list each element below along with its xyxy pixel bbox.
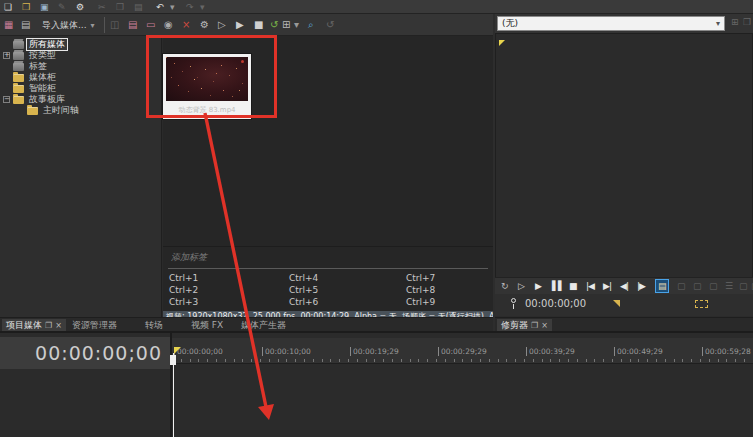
loop-playback-button[interactable]: ↻ <box>501 280 508 292</box>
play-from-start-button[interactable]: ▷ <box>518 280 524 292</box>
views-chevron-icon[interactable]: ▾ <box>294 18 299 31</box>
media-preview-icon[interactable]: ▷ <box>218 18 226 31</box>
transport-bar: ↻▷▶▌▌■|◀▶|◀||▶▤▢▢▢☰▢▢ <box>495 277 753 294</box>
redo-icon[interactable]: ↷ <box>186 1 194 13</box>
undo-dropdown-icon[interactable]: ▾ <box>170 1 175 13</box>
stop-button[interactable]: ■ <box>569 280 577 292</box>
shortcut-label: Ctrl+2 <box>169 285 289 297</box>
ruler-tick-label: 00:00:39;29 <box>526 347 575 356</box>
toolbar-separator <box>104 17 105 33</box>
chevron-down-icon[interactable]: ▾ <box>716 17 720 30</box>
new-bin-icon[interactable]: ▤ <box>21 18 30 31</box>
tree-item-icon <box>27 107 38 115</box>
trimmer-package-icon[interactable]: ❐ <box>743 17 751 27</box>
tab-close-icon[interactable]: × <box>55 321 62 330</box>
copy-icon[interactable]: ❐ <box>116 1 124 13</box>
open-media-folder-button[interactable]: ▤ <box>655 279 669 293</box>
view-thumbnails-icon[interactable]: ◫ <box>110 18 119 31</box>
tree-item-all-media[interactable]: 所有媒体 <box>0 39 161 50</box>
import-disc-icon[interactable]: ◉ <box>164 18 173 31</box>
loop-region-icon[interactable] <box>695 300 708 308</box>
media-item-card[interactable]: 动态背景 83.mp4 <box>163 54 251 119</box>
timeline-panel: 00:00:00;00 00:00:00;0000:00:10;0000:00:… <box>0 331 753 437</box>
refresh-icon[interactable]: ↺ <box>326 18 334 31</box>
trimmer-save-icon[interactable]: ⊞ <box>731 17 739 27</box>
project-media-panel: ▦▤ 导入媒体...▾ ◫▤▭◉×⚙▷▶■↺⊞▾⌕↺ 所有媒体 + 按类型 标签 <box>0 14 493 331</box>
timeline-track-area[interactable] <box>172 364 753 437</box>
play-button[interactable]: ▶ <box>535 280 541 292</box>
go-to-start-button[interactable]: |◀ <box>586 280 594 292</box>
divider <box>168 268 488 269</box>
tree-expander-icon[interactable]: + <box>3 52 10 59</box>
trimmer-tool-button-2[interactable]: ▢ <box>693 280 701 292</box>
tree-item-storyboard-library[interactable]: − 故事板库 <box>0 94 161 105</box>
remove-media-icon[interactable]: × <box>182 18 190 31</box>
tree-item-main-timeline[interactable]: 主时间轴 <box>0 105 161 116</box>
ruler-tick-label: 00:00:49;29 <box>614 347 663 356</box>
pause-button[interactable]: ▌▌ <box>552 280 564 292</box>
trimmer-tool-button-1[interactable]: ▢ <box>677 280 685 292</box>
tree-item-icon <box>13 41 24 49</box>
video-editor-window: ❏❒▣✎⚙✂❐▤↶▾↷▾ ▦▤ 导入媒体...▾ ◫▤▭◉×⚙▷▶■↺⊞▾⌕↺ … <box>0 0 753 437</box>
redo-dropdown-icon[interactable]: ▾ <box>200 1 205 13</box>
new-project-icon[interactable]: ❏ <box>4 1 12 13</box>
paste-icon[interactable]: ▤ <box>134 1 143 13</box>
tree-item-media-bins[interactable]: 媒体柜 <box>0 72 161 83</box>
media-start-flag-icon <box>499 40 505 46</box>
tab-float-icon[interactable]: ❐ <box>531 321 538 330</box>
timeline-timecode: 00:00:00;00 <box>35 342 162 364</box>
main-toolbar: ❏❒▣✎⚙✂❐▤↶▾↷▾ <box>0 0 753 14</box>
add-tag-input[interactable]: 添加标签 <box>171 251 207 264</box>
trimmer-timecode[interactable]: 00:00:00;00 <box>525 298 586 309</box>
stop-media-icon[interactable]: ■ <box>254 18 263 31</box>
trimmer-tool-button-4[interactable]: ▢ <box>739 280 747 292</box>
paste-media-icon[interactable]: ▤ <box>128 18 137 31</box>
next-frame-button[interactable]: |▶ <box>637 280 645 292</box>
thumbnail-grid[interactable]: 动态背景 83.mp4 <box>163 36 493 247</box>
undo-icon[interactable]: ↶ <box>156 1 164 13</box>
trimmer-preview-area[interactable] <box>495 33 753 291</box>
media-filename: 动态背景 83.mp4 <box>163 105 251 115</box>
cut-icon[interactable]: ✂ <box>98 1 106 13</box>
effect-select[interactable]: (无)▾ <box>497 16 725 31</box>
project-properties-icon[interactable]: ✎ <box>58 1 66 13</box>
media-tree: 所有媒体 + 按类型 标签 媒体柜 智能柜 <box>0 36 162 317</box>
media-toolbar: ▦▤ 导入媒体...▾ ◫▤▭◉×⚙▷▶■↺⊞▾⌕↺ <box>0 14 493 36</box>
tree-item-smart-bins[interactable]: 智能柜 <box>0 83 161 94</box>
tree-item-icon <box>13 85 24 93</box>
trimmer-list-button[interactable]: ☰ <box>725 280 732 292</box>
playhead-line[interactable] <box>173 353 174 437</box>
views-grid-icon[interactable]: ⊞ <box>282 18 290 31</box>
timeline-ruler[interactable]: 00:00:00;0000:00:10;0000:00:19;2900:00:2… <box>172 338 753 364</box>
open-project-icon[interactable]: ❒ <box>22 1 30 13</box>
tab-close-icon[interactable]: × <box>541 321 548 330</box>
ruler-tick-label: 00:00:29;29 <box>438 347 487 356</box>
import-media-button[interactable]: 导入媒体...▾ <box>38 17 99 33</box>
shortcut-grid: Ctrl+1Ctrl+4Ctrl+7Ctrl+2Ctrl+5Ctrl+8Ctrl… <box>169 273 489 309</box>
tree-item-tags[interactable]: 标签 <box>0 61 161 72</box>
trimmer-tool-button-3[interactable]: ▢ <box>709 280 717 292</box>
media-fx-icon[interactable]: ⚙ <box>200 18 209 31</box>
shortcut-label: Ctrl+7 <box>406 273 489 285</box>
previous-frame-button[interactable]: ◀| <box>620 280 628 292</box>
search-media-icon[interactable]: ⌕ <box>308 18 314 31</box>
tag-section: 添加标签 Ctrl+1Ctrl+4Ctrl+7Ctrl+2Ctrl+5Ctrl+… <box>163 247 493 311</box>
shortcut-label: Ctrl+3 <box>169 297 289 309</box>
tree-item-icon <box>13 96 24 104</box>
timeline-marker-flag-icon[interactable] <box>174 347 181 354</box>
media-bins-view-icon[interactable]: ▦ <box>4 18 13 31</box>
marker-triangle-icon[interactable] <box>613 300 620 307</box>
shortcut-label: Ctrl+5 <box>289 285 406 297</box>
timeline-timecode-display[interactable]: 00:00:00;00 <box>0 337 170 369</box>
go-to-end-button[interactable]: ▶| <box>603 280 611 292</box>
save-project-icon[interactable]: ▣ <box>40 1 49 13</box>
capture-video-icon[interactable]: ▭ <box>146 18 155 31</box>
tree-item-icon <box>13 52 24 60</box>
chevron-down-icon[interactable]: ▾ <box>91 21 95 30</box>
network-media-icon[interactable]: ↺ <box>270 18 278 31</box>
play-media-icon[interactable]: ▶ <box>236 18 244 31</box>
tab-float-icon[interactable]: ❐ <box>45 321 52 330</box>
tree-item-by-type[interactable]: + 按类型 <box>0 50 161 61</box>
tree-expander-icon[interactable]: − <box>3 96 10 103</box>
settings-gear-icon[interactable]: ⚙ <box>76 1 84 13</box>
